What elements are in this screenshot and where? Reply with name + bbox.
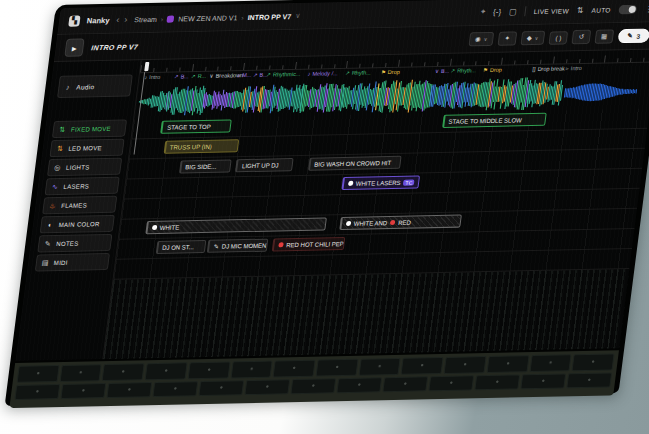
app-logo-icon[interactable]: ▚ xyxy=(68,15,80,26)
section-marker[interactable]: ⚑Drop xyxy=(381,69,401,75)
ruler-tick xyxy=(295,62,297,69)
main-color-icon: ◐ xyxy=(45,221,55,228)
keyboard-key xyxy=(336,377,382,393)
loop-brackets-button[interactable]: ( ) xyxy=(549,31,569,44)
clip-label: RED xyxy=(398,219,411,225)
nav-back-button[interactable]: ‹ xyxy=(116,15,120,25)
keyboard-key xyxy=(358,358,401,376)
section-marker[interactable]: ↗Rhythmic... xyxy=(266,71,301,78)
ruler-tick xyxy=(424,62,426,66)
keyboard-key xyxy=(401,357,444,375)
sidebar-item-fixed-move[interactable]: ⇅FIXED MOVE xyxy=(52,120,127,139)
clip-red-hot-chili-peppers[interactable]: RED HOT CHILI PEPPERS xyxy=(271,237,345,252)
section-marker[interactable]: []Drop break xyxy=(532,65,565,72)
sidebar-item-lasers[interactable]: ∿LASERS xyxy=(45,177,120,196)
track-label: LASERS xyxy=(63,183,89,190)
color-dot-icon xyxy=(152,225,158,230)
section-marker[interactable]: ♪Melody /... xyxy=(307,70,338,77)
clip-stage-to-top[interactable]: STAGE TO TOP xyxy=(161,119,232,133)
edit-count-label: 3 xyxy=(636,32,641,39)
auto-toggle[interactable] xyxy=(618,4,637,13)
section-marker-icon: ∨ xyxy=(435,68,440,74)
keyboard-key xyxy=(244,379,290,395)
keyboard-key xyxy=(428,375,474,391)
ruler-tick xyxy=(450,59,452,66)
clip-big-side-[interactable]: BIG SIDE... xyxy=(179,159,232,173)
section-marker[interactable]: ♪M... xyxy=(237,72,252,78)
section-marker-label: Rhyth... xyxy=(352,69,372,75)
clip-white-lasers[interactable]: WHITE LASERSTC xyxy=(341,175,420,190)
section-marker[interactable]: ↗Rhyth... xyxy=(345,69,371,76)
sidebar-item-notes[interactable]: ✎NOTES xyxy=(37,234,112,253)
section-marker-label: B... xyxy=(441,68,450,74)
sidebar-item-lights[interactable]: ◎LIGHTS xyxy=(47,158,122,177)
play-button[interactable]: ▶ xyxy=(64,38,84,56)
sidebar-item-led-move[interactable]: ⇅LED MOVE xyxy=(49,139,124,158)
clip-dj-mic-moment[interactable]: ✎DJ MIC MOMENT xyxy=(207,239,268,253)
clip-dj-on-st-[interactable]: DJ ON ST... xyxy=(155,240,206,254)
file-caret-icon[interactable]: ∨ xyxy=(295,12,301,20)
playhead-marker[interactable] xyxy=(144,62,149,71)
input-source-dropdown[interactable]: ◉∨ xyxy=(468,32,494,47)
ruler-tick xyxy=(514,60,516,64)
lasers-icon: ∿ xyxy=(50,182,60,190)
ruler-tick xyxy=(179,67,181,71)
sort-arrows-icon[interactable]: ⇅ xyxy=(576,5,584,14)
clip-stage-to-middle-slow[interactable]: STAGE TO MIDDLE SLOW xyxy=(442,113,547,128)
ruler-tick xyxy=(540,60,542,64)
section-marker[interactable]: ↗R... xyxy=(191,73,207,79)
section-marker[interactable]: ♪Intro xyxy=(144,74,161,80)
sidebar-item-main-color[interactable]: ◐MAIN COLOR xyxy=(40,215,115,234)
track-label: MAIN COLOR xyxy=(58,221,100,228)
breadcrumb-separator: › xyxy=(241,14,244,21)
clip-big-wash-on-crowd-hit[interactable]: BIG WASH ON CROWD HIT xyxy=(308,156,403,171)
timeline: ♪Intro↗B...↗R...∨Breakdown♪M...↗B...↗Rhy… xyxy=(103,49,649,361)
ruler-tick xyxy=(243,63,245,70)
undo-button[interactable]: ↺ xyxy=(572,30,591,44)
clip-light-up-dj[interactable]: LIGHT UP DJ xyxy=(235,158,293,172)
clip-truss-up-in-[interactable]: TRUSS UP (IN) xyxy=(163,139,239,154)
ruler-tick xyxy=(527,60,529,64)
clip-white-and[interactable]: WHITE ANDRED xyxy=(339,215,461,231)
section-marker-label: Rhyth... xyxy=(457,67,477,73)
keyboard-key xyxy=(59,364,102,382)
ruler-tick xyxy=(346,61,348,68)
sidebar-item-flames[interactable]: ♨FLAMES xyxy=(42,196,117,215)
sidebar-item-audio[interactable]: ♪Audio xyxy=(57,74,133,98)
clip-white[interactable]: WHITE xyxy=(145,217,327,234)
braces-icon[interactable]: {-} xyxy=(493,7,502,16)
ruler-tick xyxy=(463,61,465,65)
clip-label: TRUSS UP (IN) xyxy=(170,143,213,150)
keyboard-key xyxy=(520,373,566,389)
section-marker[interactable]: ∨B... xyxy=(435,68,450,74)
section-marker[interactable]: ▹Intro xyxy=(566,65,583,71)
palette-dropdown[interactable]: ◆∨ xyxy=(520,31,545,46)
keyboard-key xyxy=(230,361,273,379)
breadcrumb-project[interactable]: NEW ZEN AND V1 xyxy=(178,14,238,22)
display-icon[interactable]: ▢ xyxy=(509,7,518,16)
live-view-label[interactable]: LIVE VIEW xyxy=(533,7,569,15)
ruler-tick xyxy=(488,61,490,65)
ruler-tick xyxy=(475,61,477,65)
track-label: Audio xyxy=(76,83,95,90)
section-marker[interactable]: ↗Rhyth... xyxy=(450,67,476,74)
clip-label: WHITE LASERS xyxy=(356,179,401,186)
nav-forward-button[interactable]: › xyxy=(124,14,128,24)
grid-button[interactable]: ▦ xyxy=(594,29,614,43)
effects-button[interactable]: ✦ xyxy=(498,31,517,45)
kebab-menu-icon[interactable]: ⋮ xyxy=(644,4,649,13)
sidebar-item-midi[interactable]: ▤MIDI xyxy=(35,253,110,272)
color-dot-icon xyxy=(346,221,352,226)
target-icon[interactable]: ⌖ xyxy=(480,7,486,17)
breadcrumb-root[interactable]: Stream xyxy=(134,15,157,22)
keyboard-key xyxy=(290,378,336,394)
section-marker-icon: ↗ xyxy=(191,73,196,79)
breadcrumb-current-file[interactable]: INTRO PP V7 xyxy=(247,13,291,21)
edit-count-button[interactable]: ✎ 3 xyxy=(617,29,649,44)
keyboard-key xyxy=(60,383,106,399)
palette-dropdown-icon: ◆ xyxy=(526,34,532,42)
section-marker[interactable]: ⚑Drop xyxy=(483,67,503,73)
section-marker[interactable]: ↗B... xyxy=(174,73,190,79)
loop-brackets-button-icon: ( ) xyxy=(555,34,562,41)
ruler-tick xyxy=(192,64,194,71)
